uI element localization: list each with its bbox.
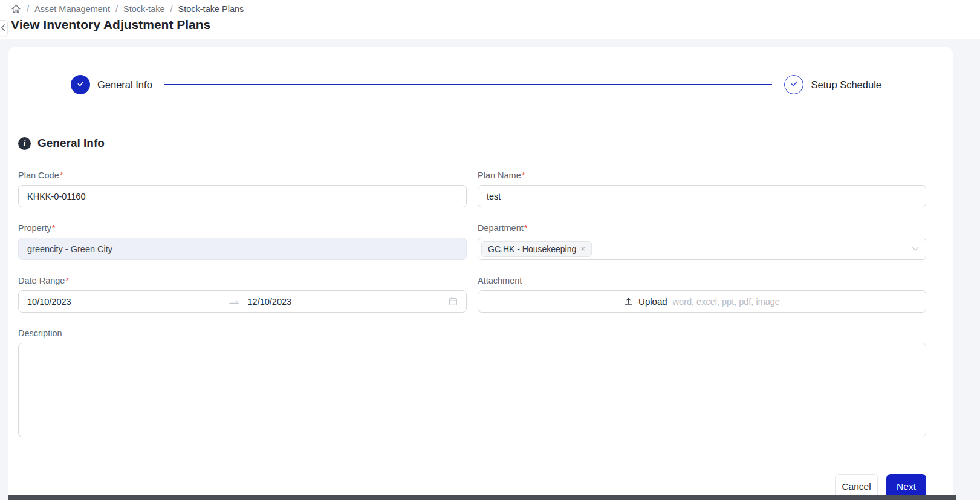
description-group: Description	[18, 328, 926, 440]
breadcrumb-separator: /	[27, 4, 29, 14]
breadcrumb-separator: /	[170, 4, 173, 14]
step-check-circle-filled	[71, 75, 90, 94]
department-select[interactable]: GC.HK - Housekeeping ×	[478, 238, 926, 260]
required-mark: *	[52, 223, 56, 233]
stepper: General Info Setup Schedule	[71, 75, 881, 94]
required-mark: *	[522, 170, 525, 180]
date-range-label: Date Range*	[18, 276, 467, 285]
breadcrumb: / Asset Management / Stock-take / Stock-…	[11, 4, 244, 14]
breadcrumb-separator: /	[115, 4, 118, 14]
plan-code-group: Plan Code*	[18, 170, 467, 207]
plan-name-label: Plan Name*	[478, 170, 926, 180]
date-range-group: Date Range* 10/10/2023 12/10/2023	[18, 276, 467, 313]
upload-dropzone[interactable]: Upload word, excel, ppt, pdf, image	[478, 290, 926, 313]
top-header: / Asset Management / Stock-take / Stock-…	[0, 0, 980, 39]
section-title: General Info	[37, 137, 105, 150]
check-icon	[790, 79, 799, 91]
breadcrumb-item-stock-take[interactable]: Stock-take	[123, 4, 165, 14]
department-label: Department*	[478, 223, 926, 233]
department-tag-label: GC.HK - Housekeeping	[488, 244, 576, 254]
plan-code-label: Plan Code*	[18, 170, 467, 180]
breadcrumb-item-asset-management[interactable]: Asset Management	[34, 4, 110, 14]
department-group: Department* GC.HK - Housekeeping ×	[478, 223, 926, 260]
general-info-form: Plan Code* Plan Name* Property* Departme…	[18, 150, 926, 440]
property-group: Property*	[18, 223, 467, 260]
upload-button-label[interactable]: Upload	[638, 296, 667, 307]
close-icon[interactable]: ×	[580, 245, 585, 253]
page-title: View Inventory Adjustment Plans	[11, 18, 210, 32]
plan-code-input[interactable]	[18, 185, 467, 207]
property-label: Property*	[18, 223, 467, 233]
plan-name-group: Plan Name*	[478, 170, 926, 207]
description-textarea[interactable]	[18, 343, 926, 437]
required-mark: *	[60, 170, 63, 180]
chevron-down-icon	[912, 247, 919, 251]
check-icon	[76, 79, 85, 91]
date-range-end[interactable]: 12/10/2023	[239, 297, 449, 307]
date-range-picker[interactable]: 10/10/2023 12/10/2023	[18, 290, 467, 313]
horizontal-scrollbar[interactable]	[8, 495, 956, 500]
step-setup-schedule[interactable]: Setup Schedule	[784, 75, 881, 94]
plan-name-input[interactable]	[478, 185, 926, 207]
step-label: General Info	[97, 79, 152, 91]
step-label: Setup Schedule	[811, 79, 881, 91]
property-input-disabled	[18, 238, 467, 260]
step-check-circle-outlined	[784, 75, 803, 94]
chevron-left-icon	[1, 23, 5, 34]
step-general-info[interactable]: General Info	[71, 75, 152, 94]
section-header: i General Info	[18, 137, 926, 150]
upload-icon	[624, 297, 633, 306]
home-icon[interactable]	[11, 4, 21, 14]
required-mark: *	[524, 223, 528, 233]
attachment-group: Attachment Upload word, excel, ppt, pdf,…	[478, 276, 926, 313]
department-tag: GC.HK - Housekeeping ×	[481, 241, 592, 257]
date-range-start[interactable]: 10/10/2023	[27, 297, 229, 307]
arrow-right-icon	[229, 299, 239, 305]
form-card: General Info Setup Schedule i General In…	[8, 47, 953, 500]
attachment-label: Attachment	[478, 276, 926, 285]
description-label: Description	[18, 328, 926, 338]
stepper-connector	[164, 84, 773, 85]
info-icon: i	[18, 137, 31, 150]
breadcrumb-item-stock-take-plans: Stock-take Plans	[178, 4, 244, 14]
upload-hint: word, excel, ppt, pdf, image	[673, 297, 780, 307]
calendar-icon	[449, 297, 458, 306]
required-mark: *	[65, 276, 69, 285]
back-button[interactable]	[0, 20, 8, 36]
